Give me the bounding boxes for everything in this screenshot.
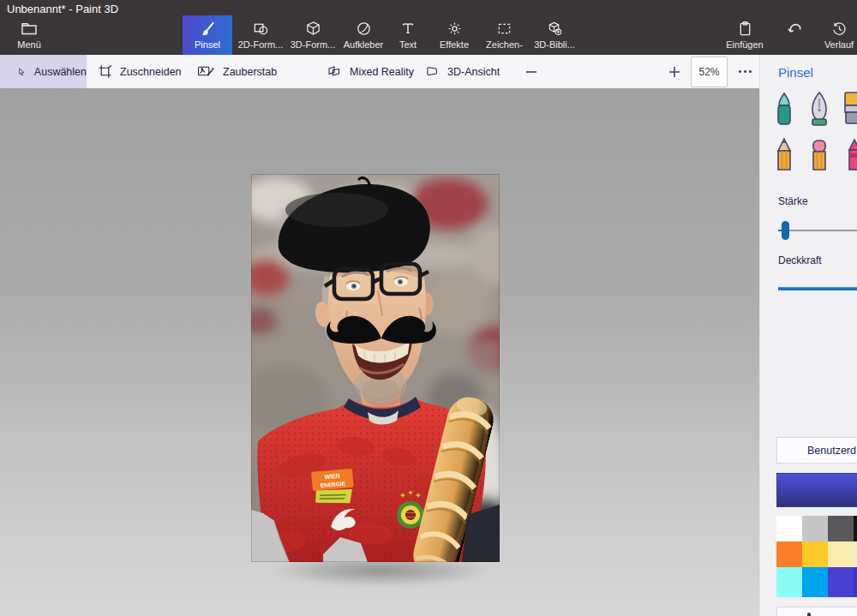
brush-calligraphy-pen-icon[interactable] (807, 91, 833, 129)
menu-button[interactable]: Menü (5, 15, 53, 55)
tool-effekte[interactable]: Effekte (430, 15, 478, 55)
palette-swatch[interactable] (776, 516, 802, 541)
2d-shapes-icon (253, 18, 269, 39)
current-color-swatch[interactable] (776, 473, 857, 507)
opacity-label: Deckkraft (778, 254, 822, 266)
brush-eraser-icon[interactable] (807, 137, 833, 175)
sticker-icon (356, 18, 372, 39)
minus-icon (525, 66, 537, 78)
eyedropper-icon (807, 613, 811, 616)
mixed-reality-button[interactable]: Mixed Reality (327, 55, 414, 88)
palette-swatch[interactable] (802, 516, 828, 541)
strength-slider-track[interactable] (778, 230, 857, 231)
opacity-slider-track[interactable] (778, 287, 857, 290)
view-3d-button[interactable]: 3D-Ansicht (424, 55, 500, 88)
ellipsis-icon (739, 70, 741, 73)
paste-button[interactable]: Einfügen (720, 15, 770, 55)
sub-toolbar: Auswählen Zuschneiden Zauberstab Mixed R… (0, 55, 759, 88)
mixed-reality-icon (327, 64, 342, 79)
tool-aufkleber[interactable]: Aufkleber (339, 15, 387, 55)
tool-3d-form[interactable]: 3D-Form... (288, 15, 338, 55)
brush-panel: Pinsel (759, 55, 857, 616)
tool-pinsel[interactable]: Pinsel (183, 15, 232, 55)
cube-icon (305, 18, 321, 39)
3d-view-icon (424, 64, 440, 79)
zoom-value[interactable]: 52% (691, 57, 728, 87)
color-palette (776, 516, 857, 597)
plus-icon (668, 66, 680, 78)
tool-2d-form[interactable]: 2D-Form... (235, 15, 286, 55)
brush-pencil-icon[interactable] (772, 137, 798, 175)
tool-3d-bibliothek[interactable]: 3D-Bibli... (530, 15, 578, 55)
palette-swatch[interactable] (828, 516, 854, 541)
palette-swatch[interactable] (828, 541, 854, 567)
palette-swatch[interactable] (776, 541, 802, 567)
brush-marker-icon[interactable] (772, 91, 798, 129)
canvas-image[interactable]: WIEN ENERGIE (251, 174, 500, 562)
color-picker-button[interactable] (776, 607, 857, 616)
strength-slider-thumb[interactable] (782, 221, 789, 240)
tool-text[interactable]: Text (387, 15, 428, 55)
title-bar: Unbenannt* - Paint 3D Menü Pinsel 2D-For… (0, 0, 857, 55)
sun-effects-icon (446, 18, 463, 39)
tool-zeichenbereich[interactable]: Zeichen- (480, 15, 529, 55)
crop-button[interactable]: Zuschneiden (98, 55, 182, 88)
select-button[interactable]: Auswählen (0, 55, 87, 88)
text-icon (400, 18, 416, 39)
palette-swatch[interactable] (854, 567, 857, 597)
palette-swatch[interactable] (854, 541, 857, 567)
clipboard-icon (737, 18, 753, 39)
zoom-out-button[interactable] (519, 55, 543, 88)
palette-swatch[interactable] (802, 567, 828, 597)
more-options-button[interactable] (730, 55, 759, 88)
cursor-arrow-icon (17, 64, 27, 80)
palette-swatch[interactable] (776, 567, 802, 597)
zoom-in-button[interactable] (662, 55, 686, 88)
panel-title: Pinsel (778, 65, 813, 80)
window-title: Unbenannt* - Paint 3D (7, 3, 118, 15)
folder-icon (21, 18, 38, 39)
palette-swatch[interactable] (854, 516, 857, 541)
magic-wand-button[interactable]: Zauberstab (197, 55, 277, 88)
strength-label: Stärke (778, 195, 808, 207)
canvas-workspace: WIEN ENERGIE (0, 88, 759, 616)
brush-crayon-icon[interactable] (842, 137, 857, 175)
magic-wand-icon (197, 64, 215, 79)
undo-arrow-icon (786, 18, 803, 39)
history-button[interactable]: Verlauf (814, 15, 857, 55)
custom-colors-button[interactable]: Benutzerd (776, 437, 857, 463)
canvas-frame-icon (496, 18, 512, 39)
brush-icon (200, 18, 216, 39)
undo-button[interactable] (778, 15, 811, 55)
palette-swatch[interactable] (828, 567, 854, 597)
crop-icon (98, 64, 112, 79)
brush-flat-brush-icon[interactable] (842, 91, 857, 129)
cube-library-icon (547, 18, 563, 39)
palette-swatch[interactable] (802, 541, 828, 567)
history-clock-icon (831, 18, 848, 39)
